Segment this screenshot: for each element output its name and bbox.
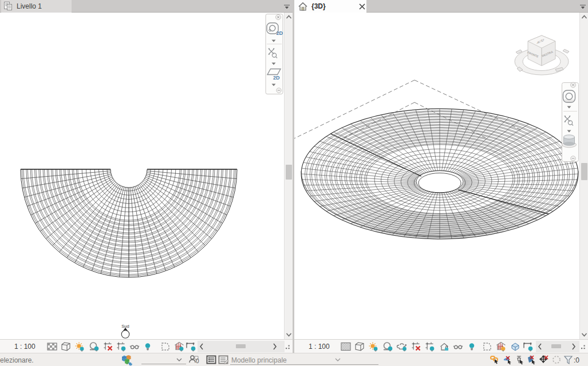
svg-text::0: :0 [574, 356, 579, 364]
svg-text:2D: 2D [277, 30, 283, 36]
svg-text:2D: 2D [273, 75, 280, 81]
svg-text:0: 0 [196, 358, 199, 364]
